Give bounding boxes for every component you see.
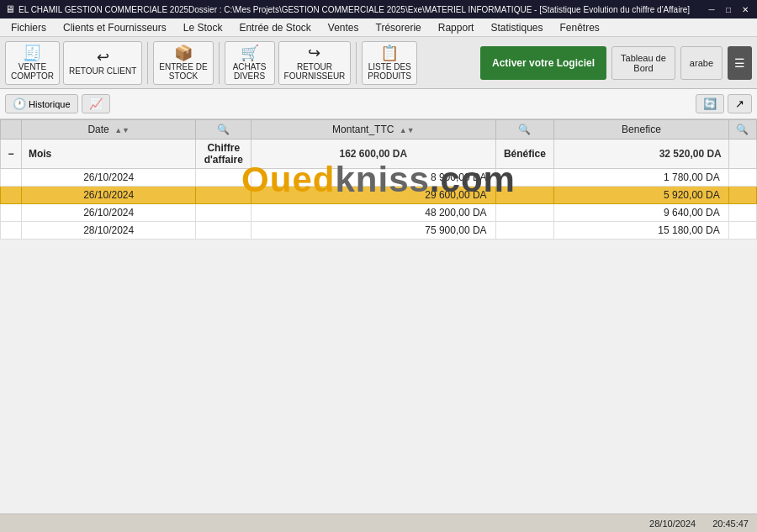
menu-fichiers[interactable]: Fichiers: [3, 19, 54, 36]
minimize-button[interactable]: ─: [705, 3, 718, 16]
row-montant: 75 900,00 DA: [251, 222, 496, 240]
tableau-bord-button[interactable]: Tableau de Bord: [611, 46, 675, 80]
toolbar: 🧾 VENTE COMPTOR ↩ RETOUR CLIENT 📦 ENTREE…: [0, 37, 757, 89]
separator-1: [147, 42, 148, 84]
sort-montant-icon[interactable]: ▲▼: [400, 126, 415, 134]
menu-rapport[interactable]: Rapport: [431, 19, 482, 36]
historique-button[interactable]: 🕐 Historique: [5, 94, 78, 113]
sub-toolbar-right: 🔄 ↗: [696, 94, 752, 113]
header-search-2[interactable]: 🔍: [495, 120, 554, 140]
row-empty2: [196, 169, 251, 187]
retour-fournisseur-button[interactable]: ↪ RETOUR FOURNISSEUR: [278, 41, 352, 85]
row-empty: [1, 169, 22, 187]
arabe-button[interactable]: arabe: [680, 46, 723, 80]
separator-3: [356, 42, 357, 84]
status-bar: 28/10/2024 20:45:47: [0, 514, 757, 532]
retour-client-label: RETOUR CLIENT: [69, 66, 136, 76]
liste-produits-label: LISTE DES PRODUITS: [368, 62, 411, 81]
activer-logiciel-button[interactable]: Activer votre Logiciel: [480, 46, 606, 80]
chart-button[interactable]: 📈: [82, 94, 110, 113]
row-empty4: [728, 187, 756, 204]
row-benefice: 1 780,00 DA: [554, 169, 729, 187]
table-row[interactable]: 26/10/2024 8 900,00 DA 1 780,00 DA: [1, 169, 757, 187]
title-bar-controls: ─ □ ✕: [705, 3, 752, 16]
table-row[interactable]: 28/10/2024 75 900,00 DA 15 180,00 DA: [1, 222, 757, 240]
title-bar-left: 🖥 EL CHAMIL GESTION COMMERCIALE 2025Doss…: [5, 3, 690, 15]
menu-tresorerie[interactable]: Trésorerie: [368, 19, 429, 36]
entree-stock-button[interactable]: 📦 ENTREE DE STOCK: [153, 41, 213, 85]
export-icon: ↗: [735, 97, 744, 110]
data-table: Date ▲▼ 🔍 Montant_TTC ▲▼ 🔍 Benefice 🔍 − …: [0, 119, 757, 240]
menu-clients-fournisseurs[interactable]: Clients et Fournisseurs: [56, 19, 174, 36]
title-bar: 🖥 EL CHAMIL GESTION COMMERCIALE 2025Doss…: [0, 0, 757, 18]
row-empty3: [495, 187, 554, 204]
content-area: Ouedkniss.com Date ▲▼ 🔍 Montant_TTC ▲▼ 🔍…: [0, 119, 757, 240]
refresh-icon: 🔄: [703, 97, 717, 110]
subheader-chiffre: Chiffre d'affaire: [196, 140, 251, 169]
row-date: 28/10/2024: [21, 222, 196, 240]
row-empty2: [196, 187, 251, 204]
menu-fenetres[interactable]: Fenêtres: [553, 19, 607, 36]
header-search-3[interactable]: 🔍: [728, 120, 756, 140]
status-date: 28/10/2024: [649, 519, 696, 529]
menu-ventes[interactable]: Ventes: [320, 19, 367, 36]
achats-divers-label: ACHATS DIVERS: [233, 62, 267, 81]
header-montant-ttc: Montant_TTC ▲▼: [251, 120, 496, 140]
row-montant: 8 900,00 DA: [251, 169, 496, 187]
table-subheader: − Mois Chiffre d'affaire 162 600,00 DA B…: [1, 140, 757, 169]
table-row[interactable]: 26/10/2024 29 600,00 DA 5 920,00 DA: [1, 187, 757, 204]
retour-fournisseur-label: RETOUR FOURNISSEUR: [284, 62, 346, 81]
subheader-total-montant: 162 600,00 DA: [251, 140, 496, 169]
row-montant: 29 600,00 DA: [251, 187, 496, 204]
sort-date-icon[interactable]: ▲▼: [114, 126, 130, 134]
achats-divers-icon: 🛒: [241, 45, 259, 61]
entree-stock-icon: 📦: [174, 45, 193, 61]
window-title: EL CHAMIL GESTION COMMERCIALE 2025Dossie…: [19, 5, 690, 14]
row-empty3: [495, 169, 554, 187]
row-empty3: [495, 222, 554, 240]
retour-client-button[interactable]: ↩ RETOUR CLIENT: [63, 41, 142, 85]
liste-produits-icon: 📋: [380, 45, 399, 61]
menu-le-stock[interactable]: Le Stock: [176, 19, 230, 36]
hamburger-menu-button[interactable]: ☰: [728, 46, 752, 80]
row-empty: [1, 187, 22, 204]
row-empty4: [728, 169, 756, 187]
refresh-button[interactable]: 🔄: [696, 94, 724, 113]
vente-comptor-button[interactable]: 🧾 VENTE COMPTOR: [5, 41, 60, 85]
header-search-1[interactable]: 🔍: [196, 120, 251, 140]
liste-produits-button[interactable]: 📋 LISTE DES PRODUITS: [362, 41, 417, 85]
subheader-collapse[interactable]: −: [1, 140, 22, 169]
table-wrapper: Date ▲▼ 🔍 Montant_TTC ▲▼ 🔍 Benefice 🔍 − …: [0, 119, 757, 240]
row-montant: 48 200,00 DA: [251, 204, 496, 222]
historique-label: Historique: [29, 99, 71, 109]
close-button[interactable]: ✕: [738, 3, 752, 16]
maximize-button[interactable]: □: [722, 3, 735, 16]
row-empty2: [196, 222, 251, 240]
app-icon: 🖥: [5, 3, 15, 15]
table-header-row: Date ▲▼ 🔍 Montant_TTC ▲▼ 🔍 Benefice 🔍: [1, 120, 757, 140]
row-date: 26/10/2024: [21, 187, 196, 204]
header-date: Date ▲▼: [21, 120, 196, 140]
subheader-empty: [728, 140, 756, 169]
vente-comptor-icon: 🧾: [23, 45, 41, 61]
table-row[interactable]: 26/10/2024 48 200,00 DA 9 640,00 DA: [1, 204, 757, 222]
row-benefice: 9 640,00 DA: [554, 204, 729, 222]
achats-divers-button[interactable]: 🛒 ACHATS DIVERS: [225, 41, 275, 85]
sub-toolbar: 🕐 Historique 📈 🔄 ↗: [0, 89, 757, 119]
toolbar-right: Activer votre Logiciel Tableau de Bord a…: [480, 46, 752, 80]
row-empty3: [495, 204, 554, 222]
row-benefice: 15 180,00 DA: [554, 222, 729, 240]
row-benefice: 5 920,00 DA: [554, 187, 729, 204]
export-button[interactable]: ↗: [728, 94, 752, 113]
menu-statistiques[interactable]: Statistiques: [483, 19, 550, 36]
row-empty: [1, 204, 22, 222]
row-empty2: [196, 204, 251, 222]
menu-bar: Fichiers Clients et Fournisseurs Le Stoc…: [0, 18, 757, 37]
row-empty4: [728, 222, 756, 240]
subheader-total-benefice: 32 520,00 DA: [554, 140, 729, 169]
sub-toolbar-left: 🕐 Historique 📈: [5, 94, 110, 113]
entree-stock-label: ENTREE DE STOCK: [159, 62, 207, 81]
retour-client-icon: ↩: [97, 50, 109, 65]
menu-entree-de-stock[interactable]: Entrée de Stock: [231, 19, 318, 36]
row-date: 26/10/2024: [21, 204, 196, 222]
